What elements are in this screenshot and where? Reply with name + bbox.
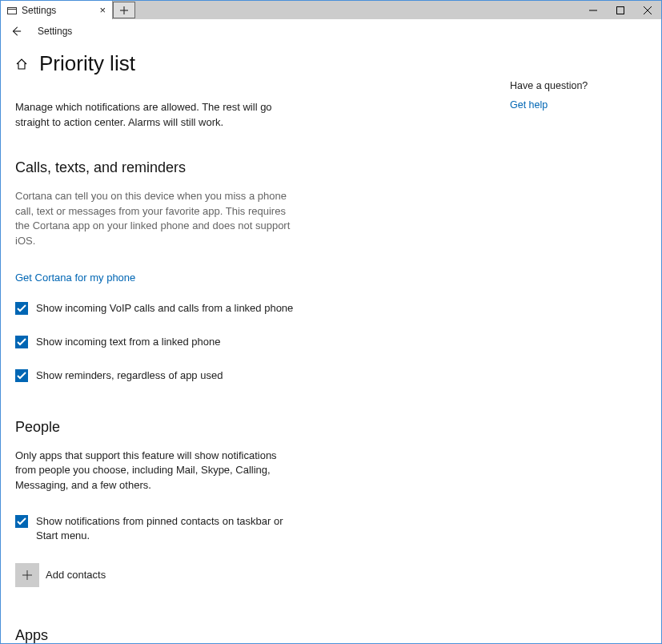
section-people-desc: Only apps that support this feature will… xyxy=(15,449,287,494)
back-button[interactable] xyxy=(9,24,23,38)
check-text-row[interactable]: Show incoming text from a linked phone xyxy=(15,335,303,349)
minimize-button[interactable] xyxy=(580,1,607,19)
check-voip-label: Show incoming VoIP calls and calls from … xyxy=(36,301,293,316)
close-button[interactable] xyxy=(634,1,661,19)
checkbox-checked-icon[interactable] xyxy=(15,336,28,348)
section-people-title: People xyxy=(15,419,463,436)
checkbox-checked-icon[interactable] xyxy=(15,302,28,315)
check-text-label: Show incoming text from a linked phone xyxy=(36,335,221,349)
new-tab-button[interactable] xyxy=(113,2,135,18)
check-pinned-row[interactable]: Show notifications from pinned contacts … xyxy=(15,514,303,543)
section-calls-title: Calls, texts, and reminders xyxy=(15,159,463,176)
check-reminders-row[interactable]: Show reminders, regardless of app used xyxy=(15,368,303,383)
breadcrumb[interactable]: Settings xyxy=(38,26,72,37)
tab-close-button[interactable]: × xyxy=(98,4,107,16)
page-title-row: Priority list xyxy=(15,51,463,76)
check-voip-row[interactable]: Show incoming VoIP calls and calls from … xyxy=(15,301,303,316)
side-question: Have a question? xyxy=(510,80,588,91)
titlebar-drag-area[interactable] xyxy=(135,1,580,19)
window-tab[interactable]: Settings × xyxy=(1,1,113,19)
maximize-button[interactable] xyxy=(607,1,634,19)
settings-app-icon xyxy=(7,6,17,15)
side-panel: Have a question? Get help xyxy=(510,43,588,644)
home-icon[interactable] xyxy=(15,58,28,70)
checkbox-checked-icon[interactable] xyxy=(15,515,28,528)
check-pinned-label: Show notifications from pinned contacts … xyxy=(36,514,303,543)
tab-title: Settings xyxy=(22,5,98,16)
window-titlebar: Settings × xyxy=(1,1,661,19)
checkbox-checked-icon[interactable] xyxy=(15,369,28,382)
page-intro: Manage which notifications are allowed. … xyxy=(15,100,295,131)
section-apps-title: Apps xyxy=(15,627,463,644)
check-reminders-label: Show reminders, regardless of app used xyxy=(36,368,223,383)
get-help-link[interactable]: Get help xyxy=(510,99,588,111)
add-contacts-label: Add contacts xyxy=(46,569,106,581)
nav-row: Settings xyxy=(1,19,661,43)
section-calls-desc: Cortana can tell you on this device when… xyxy=(15,189,295,249)
add-contacts-row[interactable]: Add contacts xyxy=(15,563,463,587)
plus-icon[interactable] xyxy=(15,563,39,587)
svg-rect-5 xyxy=(617,6,624,14)
page-title: Priority list xyxy=(39,51,135,76)
get-cortana-link[interactable]: Get Cortana for my phone xyxy=(15,272,135,284)
svg-rect-0 xyxy=(8,7,17,14)
